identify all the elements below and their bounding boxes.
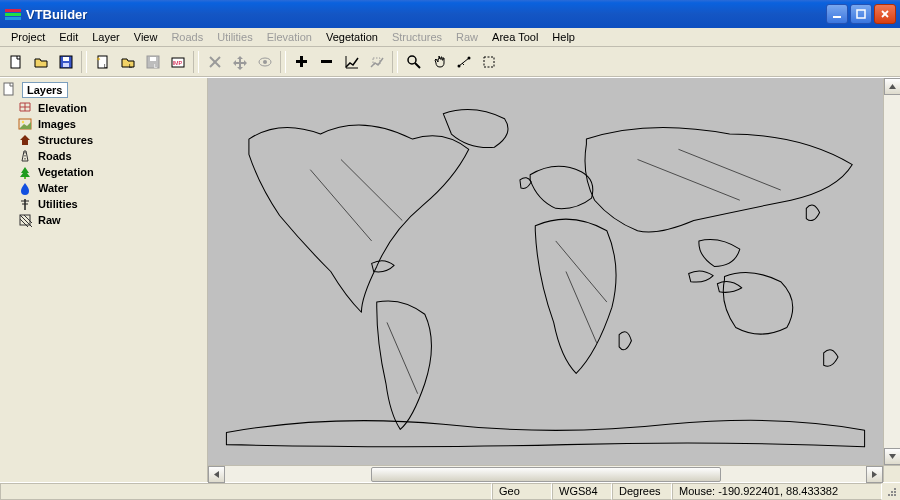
layer-roads[interactable]: Roads bbox=[4, 148, 203, 164]
svg-rect-3 bbox=[833, 16, 841, 18]
new-icon bbox=[8, 54, 24, 70]
svg-rect-72 bbox=[894, 494, 896, 496]
toolbar-save-button[interactable] bbox=[54, 51, 77, 73]
toolbar-pan-button[interactable] bbox=[427, 51, 450, 73]
layer-vegetation[interactable]: Vegetation bbox=[4, 164, 203, 180]
road-icon bbox=[18, 149, 32, 163]
svg-rect-25 bbox=[296, 60, 307, 63]
menu-utilities: Utilities bbox=[210, 30, 259, 44]
toolbar: ✶LLLIMP bbox=[0, 47, 900, 77]
workspace: Layers ElevationImagesStructuresRoadsVeg… bbox=[0, 77, 900, 482]
svg-rect-47 bbox=[24, 177, 26, 179]
toolbar-new-layer-button[interactable]: ✶L bbox=[91, 51, 114, 73]
layer-elevation[interactable]: Elevation bbox=[4, 100, 203, 116]
svg-line-31 bbox=[415, 63, 420, 68]
toolbar-open-layer-button[interactable]: L bbox=[116, 51, 139, 73]
open-icon bbox=[33, 54, 49, 70]
house-icon bbox=[18, 133, 32, 147]
svg-rect-68 bbox=[891, 491, 893, 493]
layer-water[interactable]: Water bbox=[4, 180, 203, 196]
menu-project[interactable]: Project bbox=[4, 30, 52, 44]
drop-icon bbox=[18, 181, 32, 195]
menu-edit[interactable]: Edit bbox=[52, 30, 85, 44]
vertical-scrollbar[interactable] bbox=[883, 78, 900, 465]
image-icon bbox=[18, 117, 32, 131]
status-message bbox=[0, 483, 492, 500]
map-canvas[interactable] bbox=[208, 78, 883, 465]
delete-icon bbox=[207, 54, 223, 70]
svg-rect-70 bbox=[888, 494, 890, 496]
save-layer-icon: L bbox=[145, 54, 161, 70]
horizontal-scrollbar[interactable] bbox=[208, 465, 883, 482]
svg-point-30 bbox=[408, 56, 416, 64]
resize-grip[interactable] bbox=[882, 483, 900, 500]
import-icon: IMP bbox=[170, 54, 186, 70]
menu-area-tool[interactable]: Area Tool bbox=[485, 30, 545, 44]
close-button[interactable] bbox=[874, 4, 896, 24]
toolbar-new-button[interactable] bbox=[4, 51, 27, 73]
menu-help[interactable]: Help bbox=[545, 30, 582, 44]
area-icon bbox=[481, 54, 497, 70]
zoom-all-icon bbox=[344, 54, 360, 70]
svg-rect-9 bbox=[63, 57, 69, 61]
app-icon bbox=[4, 5, 22, 23]
svg-text:IMP: IMP bbox=[172, 60, 182, 66]
menu-roads: Roads bbox=[164, 30, 210, 44]
scroll-down-button[interactable] bbox=[884, 448, 900, 465]
layer-utilities[interactable]: Utilities bbox=[4, 196, 203, 212]
toolbar-zoom-in-button[interactable] bbox=[290, 51, 313, 73]
layer-structures[interactable]: Structures bbox=[4, 132, 203, 148]
toolbar-open-button[interactable] bbox=[29, 51, 52, 73]
zoom-in-icon bbox=[294, 54, 310, 70]
svg-rect-4 bbox=[857, 10, 865, 18]
minimize-button[interactable] bbox=[826, 4, 848, 24]
maximize-button[interactable] bbox=[850, 4, 872, 24]
open-layer-icon: L bbox=[120, 54, 136, 70]
svg-text:✶: ✶ bbox=[96, 56, 101, 62]
scrollbar-corner bbox=[883, 465, 900, 482]
svg-rect-26 bbox=[321, 60, 332, 63]
svg-rect-36 bbox=[484, 57, 494, 67]
layer-raw[interactable]: Raw bbox=[4, 212, 203, 228]
layer-label: Vegetation bbox=[38, 166, 94, 178]
scrollbar-thumb[interactable] bbox=[371, 467, 721, 482]
hatch-icon bbox=[18, 213, 32, 227]
svg-rect-1 bbox=[5, 13, 21, 16]
svg-point-33 bbox=[457, 64, 460, 67]
new-layer-icon: ✶L bbox=[95, 54, 111, 70]
toolbar-zoom-out-button[interactable] bbox=[315, 51, 338, 73]
toolbar-magnifier-button[interactable] bbox=[402, 51, 425, 73]
magnifier-icon bbox=[406, 54, 422, 70]
svg-line-54 bbox=[24, 215, 32, 223]
zoom-out-icon bbox=[319, 54, 335, 70]
status-mouse: Mouse: -190.922401, 88.433382 bbox=[672, 483, 882, 500]
menu-view[interactable]: View bbox=[127, 30, 165, 44]
layer-images[interactable]: Images bbox=[4, 116, 203, 132]
window-title: VTBuilder bbox=[26, 7, 826, 22]
distance-icon bbox=[456, 54, 472, 70]
scroll-right-button[interactable] bbox=[866, 466, 883, 483]
scroll-up-button[interactable] bbox=[884, 78, 900, 95]
svg-marker-63 bbox=[889, 84, 896, 89]
menu-layer[interactable]: Layer bbox=[85, 30, 127, 44]
status-datum: WGS84 bbox=[552, 483, 612, 500]
menu-structures: Structures bbox=[385, 30, 449, 44]
toolbar-zoom-all-button[interactable] bbox=[340, 51, 363, 73]
svg-rect-7 bbox=[11, 56, 20, 68]
map-area bbox=[208, 78, 900, 482]
toolbar-import-button[interactable]: IMP bbox=[166, 51, 189, 73]
svg-marker-66 bbox=[872, 471, 877, 478]
layers-header[interactable]: Layers bbox=[22, 82, 68, 98]
scroll-left-button[interactable] bbox=[208, 466, 225, 483]
document-icon bbox=[2, 82, 16, 96]
toolbar-distance-button[interactable] bbox=[452, 51, 475, 73]
show-extents-icon bbox=[232, 54, 248, 70]
menu-vegetation[interactable]: Vegetation bbox=[319, 30, 385, 44]
svg-marker-64 bbox=[889, 454, 896, 459]
layers-list: ElevationImagesStructuresRoadsVegetation… bbox=[0, 98, 207, 230]
layers-sidebar: Layers ElevationImagesStructuresRoadsVeg… bbox=[0, 78, 208, 482]
svg-rect-37 bbox=[4, 83, 13, 95]
svg-line-35 bbox=[462, 63, 464, 65]
toolbar-area-button[interactable] bbox=[477, 51, 500, 73]
pole-icon bbox=[18, 197, 32, 211]
